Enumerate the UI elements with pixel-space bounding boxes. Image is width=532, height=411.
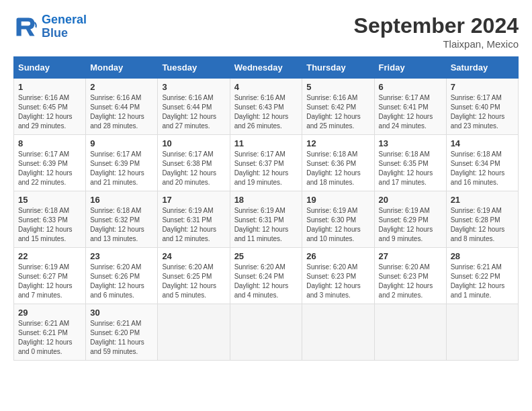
day-info: Sunrise: 6:16 AM Sunset: 6:45 PM Dayligh… (18, 93, 81, 131)
day-info: Sunrise: 6:17 AM Sunset: 6:37 PM Dayligh… (234, 150, 298, 187)
header-friday: Friday (374, 57, 446, 79)
day-number: 19 (306, 195, 369, 205)
calendar-cell: 10 Sunrise: 6:17 AM Sunset: 6:38 PM Dayl… (158, 135, 230, 191)
day-info: Sunrise: 6:20 AM Sunset: 6:24 PM Dayligh… (234, 263, 298, 300)
calendar-cell: 20 Sunrise: 6:19 AM Sunset: 6:29 PM Dayl… (374, 191, 446, 248)
calendar-cell: 18 Sunrise: 6:19 AM Sunset: 6:31 PM Dayl… (230, 191, 302, 248)
day-number: 27 (379, 251, 442, 261)
day-info: Sunrise: 6:20 AM Sunset: 6:23 PM Dayligh… (379, 263, 442, 300)
day-number: 26 (306, 251, 369, 261)
calendar-cell (230, 304, 302, 361)
day-number: 14 (451, 138, 514, 148)
day-number: 25 (234, 251, 298, 261)
header-wednesday: Wednesday (230, 57, 302, 79)
day-number: 12 (306, 138, 369, 148)
day-number: 16 (90, 195, 153, 205)
day-number: 15 (18, 195, 81, 205)
calendar-cell: 9 Sunrise: 6:17 AM Sunset: 6:39 PM Dayli… (86, 135, 158, 191)
day-info: Sunrise: 6:16 AM Sunset: 6:42 PM Dayligh… (306, 93, 369, 131)
day-info: Sunrise: 6:17 AM Sunset: 6:40 PM Dayligh… (451, 93, 514, 131)
day-info: Sunrise: 6:19 AM Sunset: 6:30 PM Dayligh… (306, 206, 369, 244)
day-number: 13 (379, 138, 442, 148)
day-number: 4 (234, 82, 298, 92)
calendar-cell: 21 Sunrise: 6:19 AM Sunset: 6:28 PM Dayl… (446, 191, 518, 248)
day-number: 6 (379, 82, 442, 92)
day-info: Sunrise: 6:19 AM Sunset: 6:29 PM Dayligh… (379, 206, 442, 244)
day-info: Sunrise: 6:19 AM Sunset: 6:28 PM Dayligh… (451, 206, 514, 244)
calendar-cell: 14 Sunrise: 6:18 AM Sunset: 6:34 PM Dayl… (446, 135, 518, 191)
calendar-cell (158, 304, 230, 361)
logo-icon (13, 15, 38, 39)
calendar-cell: 3 Sunrise: 6:16 AM Sunset: 6:44 PM Dayli… (158, 79, 230, 135)
day-number: 18 (234, 195, 298, 205)
day-number: 30 (90, 308, 153, 318)
day-number: 3 (162, 82, 225, 92)
day-number: 9 (90, 138, 153, 148)
day-info: Sunrise: 6:19 AM Sunset: 6:27 PM Dayligh… (18, 263, 81, 300)
header-tuesday: Tuesday (158, 57, 230, 79)
calendar-cell: 7 Sunrise: 6:17 AM Sunset: 6:40 PM Dayli… (446, 79, 518, 135)
calendar-cell: 25 Sunrise: 6:20 AM Sunset: 6:24 PM Dayl… (230, 248, 302, 304)
day-info: Sunrise: 6:18 AM Sunset: 6:32 PM Dayligh… (90, 206, 153, 244)
day-number: 1 (18, 82, 81, 92)
day-number: 29 (18, 308, 81, 318)
day-info: Sunrise: 6:17 AM Sunset: 6:39 PM Dayligh… (18, 150, 81, 187)
day-info: Sunrise: 6:17 AM Sunset: 6:41 PM Dayligh… (379, 93, 442, 131)
day-info: Sunrise: 6:18 AM Sunset: 6:34 PM Dayligh… (451, 150, 514, 187)
day-info: Sunrise: 6:16 AM Sunset: 6:43 PM Dayligh… (234, 93, 298, 131)
calendar-week-row: 8 Sunrise: 6:17 AM Sunset: 6:39 PM Dayli… (14, 135, 519, 191)
weekday-header-row: Sunday Monday Tuesday Wednesday Thursday… (14, 57, 519, 79)
day-info: Sunrise: 6:18 AM Sunset: 6:35 PM Dayligh… (379, 150, 442, 187)
calendar-week-row: 15 Sunrise: 6:18 AM Sunset: 6:33 PM Dayl… (14, 191, 519, 248)
calendar-table: Sunday Monday Tuesday Wednesday Thursday… (13, 56, 519, 361)
calendar-week-row: 1 Sunrise: 6:16 AM Sunset: 6:45 PM Dayli… (14, 79, 519, 135)
day-info: Sunrise: 6:20 AM Sunset: 6:26 PM Dayligh… (90, 263, 153, 300)
calendar-cell (446, 304, 518, 361)
calendar-cell: 8 Sunrise: 6:17 AM Sunset: 6:39 PM Dayli… (14, 135, 86, 191)
calendar-cell: 24 Sunrise: 6:20 AM Sunset: 6:25 PM Dayl… (158, 248, 230, 304)
calendar-cell: 29 Sunrise: 6:21 AM Sunset: 6:21 PM Dayl… (14, 304, 86, 361)
day-number: 8 (18, 138, 81, 148)
day-number: 7 (451, 82, 514, 92)
calendar-cell: 2 Sunrise: 6:16 AM Sunset: 6:44 PM Dayli… (86, 79, 158, 135)
day-number: 5 (306, 82, 369, 92)
day-info: Sunrise: 6:16 AM Sunset: 6:44 PM Dayligh… (90, 93, 153, 131)
calendar-cell (374, 304, 446, 361)
calendar-cell: 17 Sunrise: 6:19 AM Sunset: 6:31 PM Dayl… (158, 191, 230, 248)
day-number: 28 (451, 251, 514, 261)
day-number: 11 (234, 138, 298, 148)
day-info: Sunrise: 6:20 AM Sunset: 6:23 PM Dayligh… (306, 263, 369, 300)
day-info: Sunrise: 6:20 AM Sunset: 6:25 PM Dayligh… (162, 263, 225, 300)
day-info: Sunrise: 6:21 AM Sunset: 6:21 PM Dayligh… (18, 319, 81, 357)
calendar-cell: 16 Sunrise: 6:18 AM Sunset: 6:32 PM Dayl… (86, 191, 158, 248)
calendar-cell: 30 Sunrise: 6:21 AM Sunset: 6:20 PM Dayl… (86, 304, 158, 361)
calendar-cell: 1 Sunrise: 6:16 AM Sunset: 6:45 PM Dayli… (14, 79, 86, 135)
calendar-title: September 2024 (354, 13, 519, 38)
header-monday: Monday (86, 57, 158, 79)
day-info: Sunrise: 6:19 AM Sunset: 6:31 PM Dayligh… (234, 206, 298, 244)
day-number: 22 (18, 251, 81, 261)
calendar-cell: 15 Sunrise: 6:18 AM Sunset: 6:33 PM Dayl… (14, 191, 86, 248)
calendar-week-row: 22 Sunrise: 6:19 AM Sunset: 6:27 PM Dayl… (14, 248, 519, 304)
calendar-cell (302, 304, 374, 361)
calendar-cell: 27 Sunrise: 6:20 AM Sunset: 6:23 PM Dayl… (374, 248, 446, 304)
day-info: Sunrise: 6:17 AM Sunset: 6:39 PM Dayligh… (90, 150, 153, 187)
logo: General Blue (13, 13, 87, 40)
day-number: 23 (90, 251, 153, 261)
day-number: 21 (451, 195, 514, 205)
calendar-subtitle: Tlaixpan, Mexico (354, 38, 519, 50)
day-info: Sunrise: 6:17 AM Sunset: 6:38 PM Dayligh… (162, 150, 225, 187)
day-number: 20 (379, 195, 442, 205)
day-info: Sunrise: 6:18 AM Sunset: 6:33 PM Dayligh… (18, 206, 81, 244)
calendar-cell: 5 Sunrise: 6:16 AM Sunset: 6:42 PM Dayli… (302, 79, 374, 135)
calendar-cell: 11 Sunrise: 6:17 AM Sunset: 6:37 PM Dayl… (230, 135, 302, 191)
calendar-cell: 23 Sunrise: 6:20 AM Sunset: 6:26 PM Dayl… (86, 248, 158, 304)
day-info: Sunrise: 6:16 AM Sunset: 6:44 PM Dayligh… (162, 93, 225, 131)
header-saturday: Saturday (446, 57, 518, 79)
calendar-cell: 28 Sunrise: 6:21 AM Sunset: 6:22 PM Dayl… (446, 248, 518, 304)
title-section: September 2024 Tlaixpan, Mexico (354, 13, 519, 50)
header-sunday: Sunday (14, 57, 86, 79)
day-info: Sunrise: 6:19 AM Sunset: 6:31 PM Dayligh… (162, 206, 225, 244)
calendar-cell: 22 Sunrise: 6:19 AM Sunset: 6:27 PM Dayl… (14, 248, 86, 304)
page-header: General Blue September 2024 Tlaixpan, Me… (13, 13, 519, 50)
